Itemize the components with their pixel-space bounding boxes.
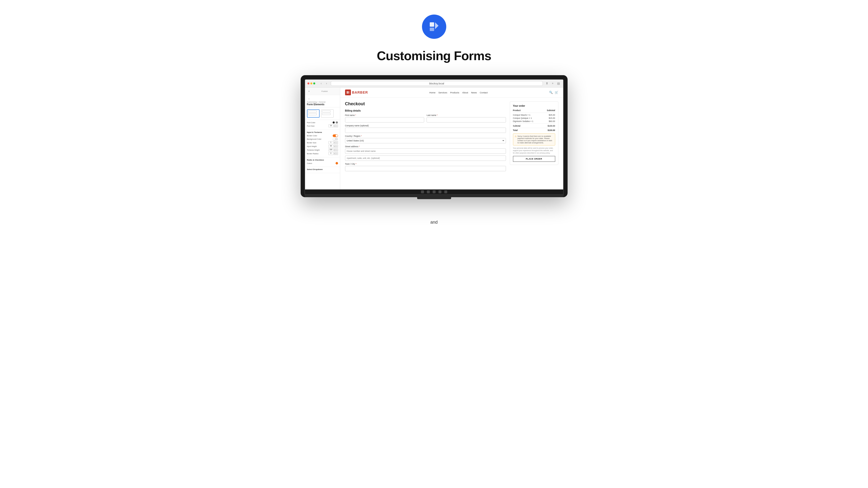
customizer-panel: × Publish ‹ Customizing > General Form E… [305,88,340,189]
place-order-button[interactable]: PLACE ORDER [513,156,555,162]
laptop-frame: ‹ › blocksy.local ⬆ + ▤ [301,75,567,197]
taskbar-icon-2[interactable] [427,190,430,193]
input-height-input[interactable]: 45 [328,145,334,148]
radio-color-swatch[interactable] [336,162,338,164]
nav-about[interactable]: About [462,91,468,94]
font-size-down[interactable]: − [336,124,338,127]
add-tab-icon[interactable]: + [551,81,555,86]
expand-dot[interactable] [313,83,315,85]
nav-home[interactable]: Home [429,91,435,94]
sidebar-icon[interactable]: ▤ [556,81,561,86]
company-input[interactable] [345,128,506,133]
panel-close-icon[interactable]: × [307,89,311,93]
textarea-height-up[interactable]: + [334,149,336,151]
bg-color-label: Background Color [307,138,321,140]
border-color-toggle[interactable] [333,134,338,137]
site-logo: BARBER [345,90,368,95]
taskbar-icon-5[interactable] [444,190,447,193]
address-bar[interactable]: blocksy.local [331,81,543,86]
border-radius-down[interactable]: − [336,152,338,155]
order-item-2: Conque Quisque × 1 $15.00 [513,117,555,119]
font-size-input[interactable]: 16 [328,124,334,127]
taskbar-icon-1[interactable] [421,190,424,193]
radio-colors-label: Colors [307,162,312,164]
country-row: Country / Region * United States (US) [345,135,506,143]
warning-icon: ⚠ [515,135,517,144]
svg-rect-1 [430,28,434,31]
bg-color-toggle[interactable] [333,138,338,140]
radio-checkbox-section: Radio & Checkbox Colors [305,157,340,167]
preview-inner-3 [322,110,331,112]
top-section: Customising Forms ‹ › [0,0,868,240]
privacy-text: Your personal data will be used to proce… [513,147,555,154]
border-radius-row: Border Radius 0 + − [307,152,338,155]
border-size-up[interactable]: + [334,141,336,144]
site-nav: BARBER Home Services Products About News… [340,88,563,98]
preview-inner-1 [308,110,317,112]
street-input[interactable] [345,149,506,154]
border-size-down[interactable]: − [336,141,338,144]
input-height-control: 45 + − [328,145,338,148]
browser-nav: ‹ › [319,81,329,86]
company-group: Company name (optional) [345,124,506,133]
first-name-group: First name * [345,114,425,123]
share-icon[interactable]: ⬆ [545,81,549,86]
company-label: Company name (optional) [345,124,506,127]
textarea-height-input[interactable]: 150 [328,149,334,151]
close-dot[interactable] [307,83,309,85]
warning-text: Sorry, it seems that there are no availa… [518,135,554,144]
input-height-up[interactable]: + [334,145,336,148]
last-name-label: Last name * [427,114,506,117]
back-button[interactable]: ‹ [319,81,323,86]
item-1-price: $25.00 [549,114,555,116]
textarea-height-down[interactable]: − [336,149,338,151]
browser-taskbar [305,189,563,194]
order-table-header: Product Subtotal [513,109,555,113]
input-height-down[interactable]: − [336,145,338,148]
taskbar-icon-4[interactable] [438,190,441,193]
town-label: Town / City * [345,163,506,165]
gray-color-swatch[interactable] [336,121,338,124]
minimize-dot[interactable] [310,83,312,85]
cart-icon[interactable]: 🛒 [555,91,558,94]
nav-services[interactable]: Services [438,91,447,94]
taskbar-icon-3[interactable] [433,190,436,193]
item-2-price: $15.00 [549,117,555,119]
nav-contact[interactable]: Contact [480,91,488,94]
subtitle-section: and [425,214,442,231]
forward-button[interactable]: › [324,81,329,86]
browser-toolbar: ‹ › blocksy.local ⬆ + ▤ [305,79,563,87]
site-logo-text: BARBER [352,91,368,94]
panel-header: × Publish [305,88,340,95]
border-radius-input[interactable]: 0 [328,152,334,155]
country-select[interactable]: United States (US) [345,138,506,143]
item-2-name: Conque Quisque × 1 [513,117,532,119]
preview-inner-2 [308,113,317,115]
border-radius-up[interactable]: + [334,152,336,155]
first-name-input[interactable] [345,117,425,123]
apartment-input[interactable] [345,156,506,161]
order-title: Your order [513,104,555,107]
app-logo [422,14,446,39]
font-size-row: Font Size 16 + − [307,124,338,127]
last-name-input[interactable] [427,117,506,123]
nav-products[interactable]: Products [450,91,459,94]
preview-box-inactive[interactable] [321,109,334,118]
border-size-input[interactable]: 1 [328,141,334,144]
font-size-up[interactable]: + [334,124,336,127]
preview-box-active[interactable] [307,109,319,118]
street-label: Street address * [345,145,506,148]
dark-color-swatch[interactable] [333,121,335,124]
nav-news[interactable]: News [471,91,477,94]
order-subtotal: Subtotal $100.00 [513,124,555,127]
last-name-group: Last name * [427,114,506,123]
font-color-swatches: › [331,121,338,124]
font-color-label: Font Color [307,122,315,124]
search-icon[interactable]: 🔍 [549,91,553,94]
site-nav-links: Home Services Products About News Contac… [371,91,546,94]
street-group: Street address * [345,145,506,161]
town-input[interactable] [345,166,506,171]
panel-back-button[interactable]: ‹ [307,97,311,101]
color-arrow: › [331,122,332,124]
total-value: $100.00 [548,129,555,131]
